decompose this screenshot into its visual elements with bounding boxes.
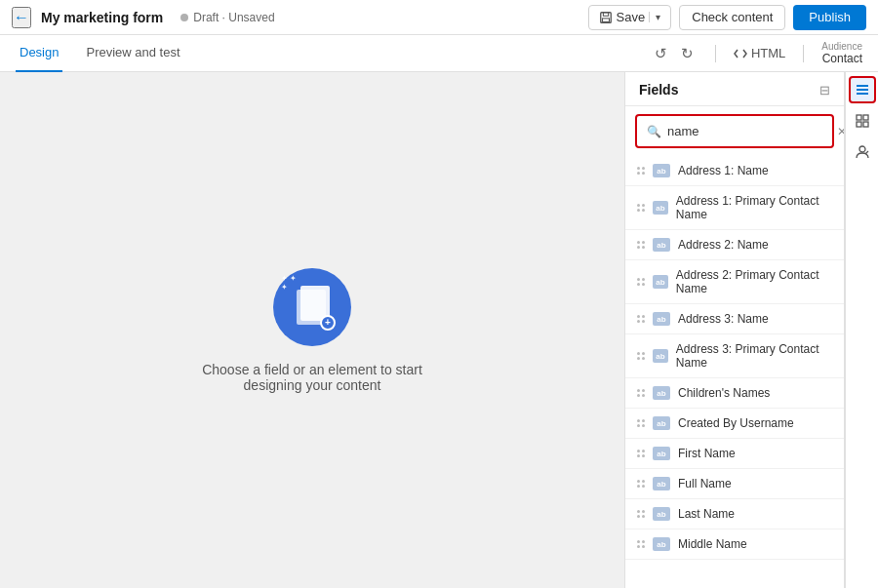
topbar: ← My marketing form Draft · Unsaved Save… (0, 0, 878, 35)
drag-handle (637, 204, 645, 212)
tabbar: Design Preview and test ↺ ↻ HTML Audienc… (0, 35, 878, 72)
field-item[interactable]: ab Children's Names (625, 378, 844, 409)
field-type-icon: ab (653, 416, 670, 430)
drag-handle (637, 510, 645, 518)
divider2 (803, 45, 804, 62)
field-item[interactable]: ab Address 2: Primary Contact Name (625, 260, 844, 304)
field-item[interactable]: ab Full Name (625, 469, 844, 499)
field-label: Address 3: Primary Contact Name (676, 342, 832, 370)
drag-handle (637, 450, 645, 457)
sidebar-icon-personalize[interactable] (849, 138, 876, 166)
page-stack-icon: + (293, 286, 332, 329)
redo-button[interactable]: ↻ (677, 43, 698, 64)
drag-handle (637, 241, 645, 249)
field-type-icon: ab (653, 507, 670, 521)
svg-rect-7 (863, 115, 868, 120)
svg-line-11 (865, 151, 868, 154)
field-type-icon: ab (653, 238, 670, 252)
save-dropdown-arrow[interactable]: ▾ (649, 12, 660, 22)
field-type-icon: ab (653, 201, 668, 215)
save-icon (599, 11, 613, 24)
fields-list: ab Address 1: Name ab Address 1: Primary… (625, 156, 844, 588)
search-input[interactable] (667, 124, 831, 138)
page-title: My marketing form (41, 10, 163, 25)
tabbar-right: ↺ ↻ HTML Audience Contact (651, 41, 862, 65)
svg-rect-1 (603, 12, 608, 16)
field-label: Address 3: Name (678, 312, 769, 326)
field-label: Middle Name (678, 537, 747, 551)
search-clear-button[interactable]: ✕ (837, 125, 845, 138)
field-label: Last Name (678, 507, 735, 521)
fields-list-icon (855, 82, 870, 98)
field-type-icon: ab (653, 164, 670, 177)
svg-rect-5 (857, 93, 868, 95)
sidebar-icon-elements[interactable] (849, 107, 876, 135)
main-area: ✦ ✦✦ + Choose a field or an element to s… (0, 72, 878, 588)
divider (715, 45, 716, 62)
tab-preview[interactable]: Preview and test (82, 35, 183, 72)
plus-icon: + (320, 315, 336, 331)
fields-panel: Fields ⊟ 🔍 ✕ ab Address 1: Name ab Addre (625, 72, 845, 588)
field-type-icon: ab (653, 537, 670, 551)
field-label: Full Name (678, 477, 732, 490)
drag-handle (637, 389, 645, 397)
search-icon: 🔍 (647, 125, 661, 138)
field-type-icon: ab (653, 349, 668, 363)
sidebar-icons (845, 72, 878, 588)
svg-rect-9 (863, 122, 868, 127)
html-button[interactable]: HTML (734, 46, 785, 60)
save-button[interactable]: Save ▾ (588, 5, 672, 30)
canvas-empty-text: Choose a field or an element to start de… (202, 362, 422, 393)
canvas: ✦ ✦✦ + Choose a field or an element to s… (0, 72, 624, 588)
field-label: Created By Username (678, 416, 794, 430)
field-label: Address 2: Name (678, 238, 769, 252)
field-type-icon: ab (653, 477, 670, 490)
drag-handle (637, 480, 645, 488)
drag-handle (637, 352, 645, 360)
field-item[interactable]: ab Address 2: Name (625, 230, 844, 260)
field-label: Children's Names (678, 386, 770, 400)
audience-selector[interactable]: Audience Contact (821, 41, 862, 65)
field-item[interactable]: ab Address 3: Primary Contact Name (625, 334, 844, 378)
svg-rect-6 (857, 115, 861, 120)
field-item[interactable]: ab Last Name (625, 499, 844, 529)
svg-rect-3 (857, 85, 868, 87)
undo-button[interactable]: ↺ (651, 43, 671, 64)
canvas-icon: ✦ ✦✦ + (273, 268, 351, 346)
personalize-icon (855, 144, 870, 160)
svg-rect-4 (857, 89, 868, 91)
field-type-icon: ab (653, 312, 670, 326)
publish-button[interactable]: Publish (793, 5, 866, 30)
fields-header-collapse-icon[interactable]: ⊟ (819, 83, 830, 98)
elements-icon (855, 113, 870, 129)
status-dot (180, 14, 188, 21)
svg-point-10 (859, 146, 865, 152)
html-icon (734, 48, 747, 59)
svg-rect-8 (857, 122, 861, 127)
field-label: Address 1: Primary Contact Name (676, 194, 832, 221)
drag-handle (637, 540, 645, 548)
draft-status: Draft · Unsaved (180, 11, 274, 24)
field-item[interactable]: ab Created By Username (625, 409, 844, 439)
check-content-button[interactable]: Check content (679, 5, 785, 30)
search-container: 🔍 ✕ (635, 114, 834, 148)
field-label: First Name (678, 447, 736, 460)
back-button[interactable]: ← (12, 7, 31, 28)
drag-handle (637, 315, 645, 323)
drag-handle (637, 167, 645, 175)
drag-handle (637, 278, 645, 286)
field-label: Address 2: Primary Contact Name (676, 268, 832, 295)
sidebar-icon-fields[interactable] (849, 76, 876, 103)
field-item[interactable]: ab Address 3: Name (625, 304, 844, 334)
field-item[interactable]: ab Address 1: Name (625, 156, 844, 186)
field-type-icon: ab (653, 275, 668, 289)
field-type-icon: ab (653, 447, 670, 460)
topbar-actions: Save ▾ Check content Publish (588, 5, 866, 30)
field-item[interactable]: ab Address 1: Primary Contact Name (625, 186, 844, 230)
fields-header: Fields ⊟ (625, 72, 844, 106)
field-label: Address 1: Name (678, 164, 769, 177)
field-item[interactable]: ab Middle Name (625, 529, 844, 560)
field-item[interactable]: ab First Name (625, 439, 844, 469)
tab-design[interactable]: Design (16, 35, 62, 72)
fields-title: Fields (639, 82, 678, 98)
